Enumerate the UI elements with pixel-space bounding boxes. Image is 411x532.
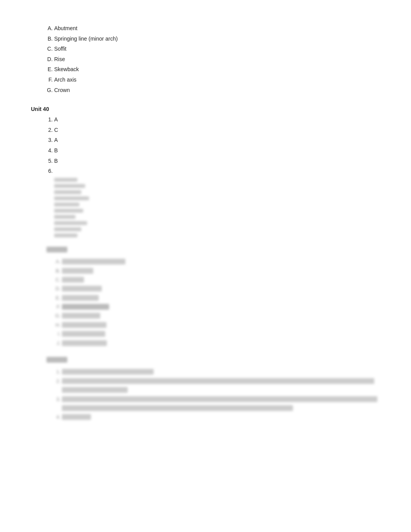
blurred-section2-header: Unit YY Criterion used for determining s… — [46, 355, 380, 422]
alpha-list: Abutment Springing line (minor arch) Sof… — [54, 23, 380, 95]
unit40-item-4: B — [54, 145, 380, 156]
unit40-item-2: C — [54, 125, 380, 135]
item-d-text: Soffit — [54, 46, 67, 52]
item-c-text: Springing line (minor arch) — [54, 36, 118, 42]
unit40-answer-3: A — [54, 137, 58, 143]
list-item-b: Abutment — [54, 23, 380, 34]
unit40-item-5: B — [54, 156, 380, 166]
list-item-c: Springing line (minor arch) — [54, 34, 380, 44]
list-item-f: Skewback — [54, 64, 380, 75]
unit40-answer-1: A — [54, 116, 58, 123]
item-e-text: Rise — [54, 56, 65, 62]
list-item-h: Crown — [54, 85, 380, 95]
unit40-item-6 — [54, 166, 380, 176]
unit40-list: A C A B B — [54, 114, 380, 176]
unit40-item-1: A — [54, 114, 380, 125]
item-f-text: Skewback — [54, 66, 79, 72]
list-item-d: Soffit — [54, 44, 380, 54]
blurred-section-header: Unit XX Springing line (major arch) Rise… — [46, 245, 380, 348]
unit40-item-3: A — [54, 135, 380, 145]
item-h-text: Crown — [54, 87, 70, 93]
unit40-answer-2: C — [54, 127, 58, 133]
blurred-diagram-area — [54, 178, 380, 237]
unit40-title: Unit 40 — [31, 106, 380, 112]
item-b-text: Abutment — [54, 25, 77, 31]
list-item-g: Arch axis — [54, 75, 380, 85]
unit40-answer-4: B — [54, 147, 58, 153]
item-g-text: Arch axis — [54, 77, 77, 83]
list-item-e: Rise — [54, 54, 380, 65]
unit40-answer-5: B — [54, 158, 58, 164]
